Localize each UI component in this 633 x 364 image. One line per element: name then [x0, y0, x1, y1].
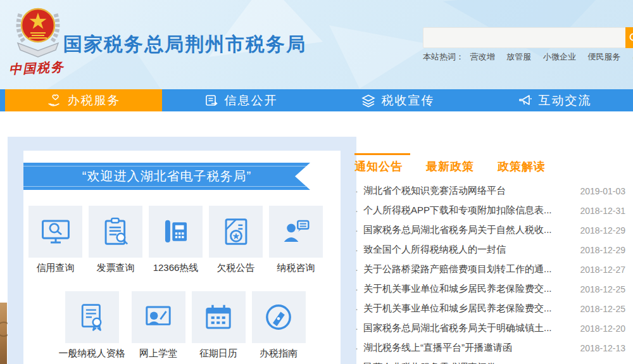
service-label: 欠税公告	[217, 262, 255, 274]
search-icon	[629, 32, 633, 44]
service-label: 征期日历	[199, 348, 237, 360]
service-tax-guide[interactable]: 办税指南	[252, 291, 306, 360]
bullet-dot: ·	[355, 244, 358, 255]
news-list-item: · 湖北省个税知识竞赛活动网络平台 2019-01-03	[354, 181, 625, 201]
bullet-dot: ·	[355, 284, 358, 294]
document-arrow-icon	[204, 93, 219, 108]
services-panel: “欢迎进入湖北省电子税务局” 信用查询	[8, 137, 356, 364]
welcome-banner-text: “欢迎进入湖北省电子税务局”	[82, 168, 251, 185]
hotword-link[interactable]: 营改增	[470, 52, 495, 61]
news-link[interactable]: 关于机关事业单位和城乡居民养老保险费交...	[363, 303, 572, 315]
nav-tab-label: 办税服务	[68, 92, 121, 109]
nav-tab-label: 税收宣传	[382, 92, 435, 109]
service-tile[interactable]	[28, 206, 82, 258]
news-link[interactable]: 湖北省个税知识竞赛活动网络平台	[363, 185, 572, 197]
news-tab-policy-interpretation[interactable]: 政策解读	[498, 159, 546, 174]
clipboard-search-icon	[100, 216, 132, 248]
service-tile[interactable]	[149, 206, 203, 258]
service-tile[interactable]	[269, 206, 323, 258]
search-button[interactable]	[625, 27, 633, 48]
service-tax-calendar[interactable]: 征期日历	[192, 291, 246, 360]
news-date: 2019-01-03	[580, 186, 625, 196]
service-12366-hotline[interactable]: 12366热线	[149, 206, 203, 274]
bullet-dot: ·	[355, 342, 358, 353]
hotword-link[interactable]: 便民服务	[588, 52, 621, 61]
page: 中国税务 国家税务总局荆州市税务局 本站热词： 营改增 放管服 小微企业 便民服…	[0, 0, 633, 364]
news-list: · 湖北省个税知识竞赛活动网络平台 2019-01-03 · 个人所得税APP下…	[354, 181, 625, 364]
compass-icon	[263, 301, 294, 333]
service-online-school[interactable]: 网上学堂	[132, 291, 185, 360]
news-list-item: · 关于公路桥梁路产赔偿费项目划转工作的通... 2018-12-27	[354, 260, 625, 279]
certificate-medal-icon	[76, 301, 108, 333]
news-list-item: · 国家税务总局湖北省税务局关于明确城镇土... 2018-12-20	[354, 318, 625, 338]
layers-icon	[361, 93, 376, 108]
calendar-icon	[203, 301, 234, 333]
news-date: 2018-12-27	[580, 265, 625, 275]
news-tab-notices[interactable]: 通知公告	[354, 159, 403, 174]
service-tax-consultation[interactable]: 纳税咨询	[269, 206, 323, 274]
service-tile[interactable]	[209, 206, 263, 258]
service-label: 网上学堂	[139, 348, 177, 360]
news-date: 2018-12-31	[580, 206, 625, 216]
service-tile[interactable]	[252, 291, 306, 343]
service-tax-arrears-notice[interactable]: 欠税公告	[209, 206, 263, 274]
service-tile[interactable]	[132, 291, 185, 343]
news-list-item: · 个人所得税APP下载和专项附加扣除信息表... 2018-12-31	[354, 201, 625, 220]
news-link[interactable]: 国家税务总局湖北省税务局关于明确城镇土...	[363, 322, 572, 334]
hand-heart-icon	[47, 93, 62, 108]
services-row-1: 信用查询 发票查询	[23, 206, 341, 274]
news-list-item: · 民营企业税收服务需求调查问卷 2018-11-16	[354, 358, 625, 364]
megaphone-icon	[518, 93, 533, 108]
news-date: 2018-12-13	[580, 343, 625, 353]
person-chat-icon	[280, 216, 312, 248]
welcome-banner: “欢迎进入湖北省电子税务局”	[23, 163, 310, 190]
news-link[interactable]: 致全国个人所得税纳税人的一封信	[363, 244, 572, 256]
background-photo	[0, 303, 7, 364]
service-label: 一般纳税人资格	[59, 348, 125, 360]
service-tile[interactable]	[89, 206, 142, 258]
service-label: 纳税咨询	[277, 262, 315, 274]
nav-tab-interaction[interactable]: 互动交流	[476, 89, 633, 111]
news-date: 2018-12-25	[580, 284, 625, 294]
monitor-search-icon	[40, 216, 72, 248]
main-nav: 办税服务 信息公开 税收宣传 互动交流	[0, 89, 633, 111]
news-list-item: · 致全国个人所得税纳税人的一封信 2018-12-29	[354, 240, 625, 260]
news-link[interactable]: 国家税务总局湖北省税务局关于自然人税收...	[363, 224, 572, 236]
hotword-link[interactable]: 放管服	[506, 52, 531, 61]
bullet-dot: ·	[355, 303, 358, 314]
news-link[interactable]: 湖北税务线上“直播平台”开播邀请函	[363, 342, 572, 354]
news-link[interactable]: 民营企业税收服务需求调查问卷	[363, 361, 573, 364]
news-list-item: · 关于机关事业单位和城乡居民养老保险费交... 2018-12-25	[354, 299, 625, 318]
service-invoice-inquiry[interactable]: 发票查询	[89, 206, 142, 274]
news-link[interactable]: 关于公路桥梁路产赔偿费项目划转工作的通...	[363, 263, 572, 275]
services-panel-inner: “欢迎进入湖北省电子税务局” 信用查询	[23, 151, 341, 364]
news-date: 2018-12-20	[580, 323, 625, 334]
bullet-dot: ·	[355, 205, 358, 216]
service-tile[interactable]	[192, 291, 246, 343]
news-link[interactable]: 个人所得税APP下载和专项附加扣除信息表...	[363, 204, 572, 217]
bullet-dot: ·	[355, 225, 358, 235]
service-credit-inquiry[interactable]: 信用查询	[28, 206, 82, 274]
hotword-link[interactable]: 小微企业	[543, 52, 576, 61]
news-list-item: · 湖北税务线上“直播平台”开播邀请函 2018-12-13	[354, 338, 625, 358]
site-header: 中国税务 国家税务总局荆州市税务局 本站热词： 营改增 放管服 小微企业 便民服…	[0, 0, 633, 89]
service-label: 12366热线	[153, 262, 199, 274]
news-date: 2018-12-29	[580, 225, 625, 235]
news-date: 2018-12-25	[580, 304, 625, 314]
national-tax-emblem-icon	[14, 5, 62, 61]
logo-caption: 中国税务	[8, 58, 72, 78]
service-tile[interactable]	[65, 291, 119, 343]
search-input[interactable]	[423, 27, 633, 48]
service-general-taxpayer-qualification[interactable]: 一般纳税人资格	[59, 291, 125, 360]
nav-tab-information-disclosure[interactable]: 信息公开	[162, 89, 319, 111]
news-tab-latest-policies[interactable]: 最新政策	[426, 159, 474, 174]
telephone-icon	[160, 216, 192, 248]
nav-tab-label: 信息公开	[225, 92, 278, 109]
news-link[interactable]: 关于机关事业单位和城乡居民养老保险费交...	[363, 283, 572, 295]
site-title: 国家税务总局荆州市税务局	[63, 32, 306, 58]
news-date: 2018-12-29	[580, 245, 625, 255]
nav-tab-tax-services[interactable]: 办税服务	[5, 89, 162, 111]
news-list-item: · 关于机关事业单位和城乡居民养老保险费交... 2018-12-25	[354, 279, 625, 299]
teacher-board-icon	[142, 301, 174, 333]
nav-tab-tax-publicity[interactable]: 税收宣传	[319, 89, 476, 111]
